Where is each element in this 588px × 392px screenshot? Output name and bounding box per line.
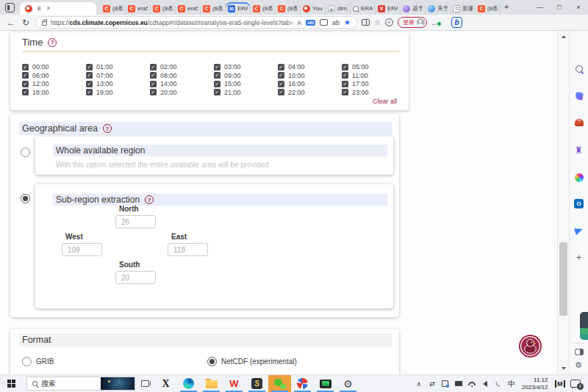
time-checkbox[interactable]: 21:00 xyxy=(214,89,278,96)
remote-screen-icon[interactable] xyxy=(314,375,337,392)
ime-status-icon[interactable]: M xyxy=(555,380,566,388)
time-checkbox[interactable]: 05:00 xyxy=(342,63,406,70)
time-checkbox[interactable]: 11:00 xyxy=(342,72,406,79)
scroll-down-arrow-icon[interactable] xyxy=(558,364,569,373)
sidebar-games-icon[interactable]: ♜ xyxy=(573,145,584,156)
browser-tab[interactable]: ERA5数 xyxy=(226,2,251,15)
geo-field-input[interactable]: 118 xyxy=(168,243,208,256)
refresh-icon[interactable]: ↻ xyxy=(21,18,31,28)
time-checkbox[interactable]: 23:00 xyxy=(342,89,406,96)
time-checkbox[interactable]: 12:00 xyxy=(22,80,86,87)
favorite-star-icon[interactable]: ★ xyxy=(344,18,351,26)
time-checkbox[interactable]: 16:00 xyxy=(278,80,342,87)
sidebar-search-icon[interactable] xyxy=(573,63,584,74)
browser-tab[interactable]: era5单 xyxy=(176,2,201,15)
browser-tab[interactable]: (8条 xyxy=(151,2,176,15)
time-checkbox[interactable]: 06:00 xyxy=(22,72,86,79)
file-explorer-icon[interactable] xyxy=(200,375,223,392)
whole-region-radio[interactable] xyxy=(21,148,30,157)
network-sync-icon[interactable]: ⇄ xyxy=(426,380,439,388)
back-icon[interactable]: ← xyxy=(6,18,16,28)
time-checkbox[interactable]: 00:00 xyxy=(22,63,86,70)
browser-tab[interactable]: ERA5单 xyxy=(351,2,376,15)
browser-tab[interactable]: (8条 xyxy=(276,2,301,15)
time-checkbox[interactable]: 04:00 xyxy=(278,63,342,70)
browser-tab[interactable]: Your r xyxy=(301,2,326,15)
taskbar-clock[interactable]: 11:12 2023/4/12 xyxy=(522,377,548,391)
minimize-button[interactable]: — xyxy=(531,0,550,15)
geo-field-input[interactable]: 20 xyxy=(115,271,156,284)
ime-chinese-indicator[interactable]: 中 xyxy=(505,379,518,389)
split-screen-icon[interactable] xyxy=(362,19,370,26)
browser-tab[interactable]: 基于E xyxy=(401,2,426,15)
sidebar-add-icon[interactable]: + xyxy=(573,252,584,263)
format-option[interactable]: GRIB xyxy=(22,357,54,366)
time-checkbox[interactable]: 07:00 xyxy=(86,72,150,79)
taskbar-search-box[interactable]: 搜索 xyxy=(26,377,135,391)
wps-office-icon[interactable]: W xyxy=(223,375,245,392)
collections-icon[interactable]: ☆ xyxy=(374,18,381,26)
tray-dark-icon[interactable] xyxy=(452,381,465,386)
time-checkbox[interactable]: 02:00 xyxy=(150,63,214,70)
x-app-icon[interactable]: X xyxy=(154,375,177,392)
settings-gear-icon[interactable]: ⚙ xyxy=(337,375,359,392)
tab-actions-icon[interactable] xyxy=(5,3,15,12)
hidden-icons-chevron[interactable]: ∧ xyxy=(412,380,426,388)
browser-essentials-icon[interactable]: + xyxy=(385,18,393,26)
search-highlight-globe-image[interactable] xyxy=(101,377,135,390)
time-checkbox[interactable]: 20:00 xyxy=(150,89,214,96)
browser-tab[interactable]: (8条 xyxy=(201,2,226,15)
read-aloud-icon[interactable]: A xyxy=(297,19,301,26)
browser-tab[interactable]: dim_s xyxy=(326,2,351,15)
s-app-icon[interactable] xyxy=(245,375,268,392)
time-checkbox[interactable]: 22:00 xyxy=(278,89,342,96)
task-view-button[interactable] xyxy=(135,375,154,392)
settings-more-icon[interactable]: … xyxy=(431,18,441,26)
clear-all-link[interactable]: Clear all xyxy=(373,98,397,105)
tray-app-icon[interactable] xyxy=(439,380,452,387)
browser-tab[interactable]: ERA5温 xyxy=(376,2,401,15)
browser-tab[interactable]: (8条 xyxy=(476,2,501,15)
sidebar-shopping-icon[interactable] xyxy=(573,90,584,101)
volume-muted-icon[interactable] xyxy=(478,381,492,387)
time-checkbox[interactable]: 15:00 xyxy=(214,80,278,87)
active-tab[interactable]: E × xyxy=(20,2,96,15)
time-checkbox[interactable]: 13:00 xyxy=(86,80,150,87)
browser-tab[interactable]: 新建标 xyxy=(451,2,476,15)
notification-center-icon[interactable]: 2 xyxy=(570,380,581,388)
geo-field-input[interactable]: 26 xyxy=(115,215,156,228)
tray-hook-icon[interactable] xyxy=(492,381,505,387)
browser-tab[interactable]: era5数 xyxy=(126,2,151,15)
page-scrollbar[interactable] xyxy=(557,31,569,374)
help-icon[interactable] xyxy=(103,124,112,133)
time-checkbox[interactable]: 08:00 xyxy=(150,72,214,79)
docked-widget-peek[interactable] xyxy=(580,312,588,340)
login-button[interactable]: 登录 xyxy=(398,17,427,28)
sidebar-outlook-icon[interactable]: O xyxy=(574,199,584,208)
time-checkbox[interactable]: 03:00 xyxy=(214,63,278,70)
browser-tab[interactable]: 关于E xyxy=(426,2,451,15)
wifi-icon[interactable] xyxy=(465,382,478,385)
cds-chat-mascot-icon[interactable] xyxy=(518,334,542,358)
time-checkbox[interactable]: 18:00 xyxy=(22,89,86,96)
tab-close-icon[interactable]: × xyxy=(46,5,50,12)
close-button[interactable]: × xyxy=(569,0,588,15)
sidebar-settings-gear-icon[interactable]: ⚙ xyxy=(575,360,582,370)
browser-tab[interactable]: (8条 xyxy=(251,2,276,15)
sidebar-drop-icon[interactable] xyxy=(573,225,584,236)
scroll-up-arrow-icon[interactable] xyxy=(558,32,569,41)
format-option[interactable]: NetCDF (experimental) xyxy=(207,357,297,366)
time-checkbox[interactable]: 09:00 xyxy=(214,72,278,79)
time-checkbox[interactable]: 19:00 xyxy=(86,89,150,96)
browser-tab[interactable]: (8条 xyxy=(101,2,126,15)
time-checkbox[interactable]: 10:00 xyxy=(278,72,342,79)
edge-browser-icon[interactable] xyxy=(177,375,200,392)
maximize-button[interactable]: □ xyxy=(550,0,569,15)
hd-badge-icon[interactable]: HD xyxy=(306,20,315,26)
address-bar[interactable]: https://cds.climate.copernicus.eu/cdsapp… xyxy=(35,16,357,29)
wechat-icon[interactable] xyxy=(268,375,291,392)
bing-discover-icon[interactable]: b xyxy=(451,17,462,28)
start-button[interactable] xyxy=(1,375,21,392)
time-checkbox[interactable]: 17:00 xyxy=(342,80,406,87)
new-tab-button[interactable]: + xyxy=(504,2,509,11)
